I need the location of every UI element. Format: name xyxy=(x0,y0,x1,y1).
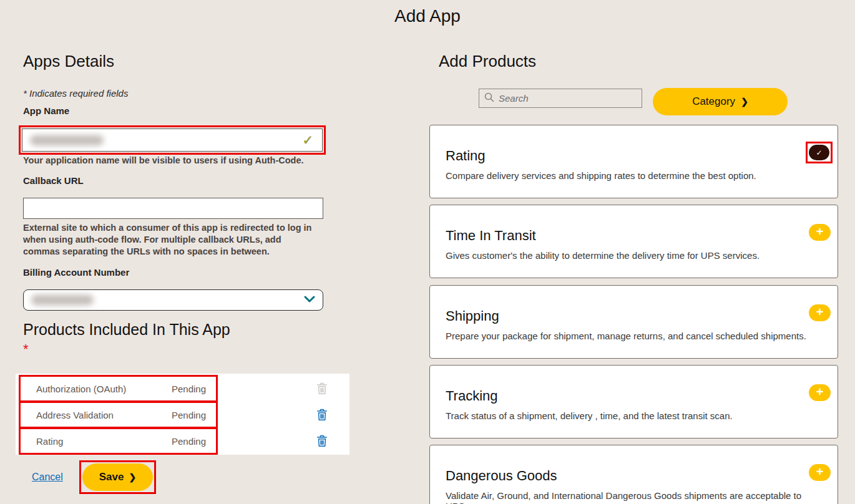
billing-account-redacted-value xyxy=(31,295,94,306)
search-input[interactable] xyxy=(499,93,637,104)
billing-account-label: Billing Account Number xyxy=(23,267,129,278)
table-row: Rating Pending xyxy=(19,427,218,455)
table-row: Authorization (OAuth) Pending xyxy=(19,375,218,402)
check-icon: ✓ xyxy=(816,148,822,157)
chevron-down-icon xyxy=(304,294,315,306)
valid-check-icon: ✓ xyxy=(302,133,313,148)
save-annotation-box: Save ❯ xyxy=(79,460,156,494)
trash-icon[interactable] xyxy=(315,408,329,422)
app-name-redacted-value xyxy=(30,135,104,145)
add-product-button[interactable]: + xyxy=(809,384,831,401)
status-badge: Pending xyxy=(172,410,206,420)
product-name: Address Validation xyxy=(36,410,114,420)
card-title: Dangerous Goods xyxy=(446,468,557,484)
page-title: Add App xyxy=(0,6,855,26)
products-table: Authorization (OAuth) Pending Address Va… xyxy=(16,374,349,455)
chevron-right-icon: ❯ xyxy=(741,97,748,107)
product-card-shipping: Shipping Prepare your package for shipme… xyxy=(429,285,838,359)
plus-icon: + xyxy=(816,464,824,480)
card-description: Gives customer's the ability to determin… xyxy=(446,250,820,261)
billing-account-select[interactable] xyxy=(23,289,323,311)
app-name-label: App Name xyxy=(23,105,69,116)
plus-icon: + xyxy=(816,304,824,320)
rating-selected-annotation-box: ✓ xyxy=(806,142,833,163)
chevron-right-icon: ❯ xyxy=(129,472,136,482)
add-product-button[interactable]: + xyxy=(809,224,831,241)
product-search xyxy=(479,89,642,108)
callback-url-input[interactable] xyxy=(23,198,323,219)
app-name-helper: Your application name will be visible to… xyxy=(23,155,329,167)
add-products-heading: Add Products xyxy=(439,52,536,71)
save-button[interactable]: Save ❯ xyxy=(82,463,153,491)
card-description: Validate Air, Ground, and International … xyxy=(446,490,820,504)
products-included-heading: Products Included In This App * xyxy=(23,320,235,359)
product-card-rating: Rating Compare delivery services and shi… xyxy=(429,125,838,198)
product-card-time-in-transit: Time In Transit Gives customer's the abi… xyxy=(429,205,838,278)
status-badge: Pending xyxy=(172,436,206,447)
cancel-link[interactable]: Cancel xyxy=(32,472,63,483)
callback-url-helper: External site to which a consumer of thi… xyxy=(23,222,316,258)
callback-url-label: Callback URL xyxy=(23,175,84,186)
card-description: Compare delivery services and shipping r… xyxy=(446,170,820,181)
card-title: Rating xyxy=(446,148,486,164)
required-asterisk: * xyxy=(23,341,29,357)
card-description: Track status of a shipment, delivery , t… xyxy=(446,410,820,421)
product-card-tracking: Tracking Track status of a shipment, del… xyxy=(429,365,838,439)
add-product-button[interactable]: + xyxy=(809,304,831,321)
card-title: Time In Transit xyxy=(446,228,536,244)
card-title: Tracking xyxy=(446,388,498,404)
app-name-input[interactable]: ✓ xyxy=(22,128,323,152)
apps-details-heading: Apps Details xyxy=(23,52,114,71)
search-icon xyxy=(484,92,494,105)
required-fields-note: * Indicates required fields xyxy=(23,88,128,99)
plus-icon: + xyxy=(816,224,824,240)
product-card-dangerous-goods: Dangerous Goods Validate Air, Ground, an… xyxy=(429,445,838,504)
app-name-annotation-box: ✓ xyxy=(19,125,326,155)
trash-icon[interactable] xyxy=(315,434,329,448)
category-button[interactable]: Category ❯ xyxy=(653,88,788,115)
add-product-button[interactable]: + xyxy=(809,464,831,481)
add-app-page: Add App Apps Details * Indicates require… xyxy=(0,0,855,504)
card-description: Prepare your package for shipment, manag… xyxy=(446,331,820,341)
product-name: Authorization (OAuth) xyxy=(36,384,126,394)
selected-check-toggle[interactable]: ✓ xyxy=(809,145,829,160)
product-name: Rating xyxy=(36,436,63,447)
card-title: Shipping xyxy=(446,308,499,324)
status-badge: Pending xyxy=(172,384,206,394)
plus-icon: + xyxy=(816,384,824,400)
trash-icon xyxy=(315,382,329,395)
table-row: Address Validation Pending xyxy=(19,401,218,429)
